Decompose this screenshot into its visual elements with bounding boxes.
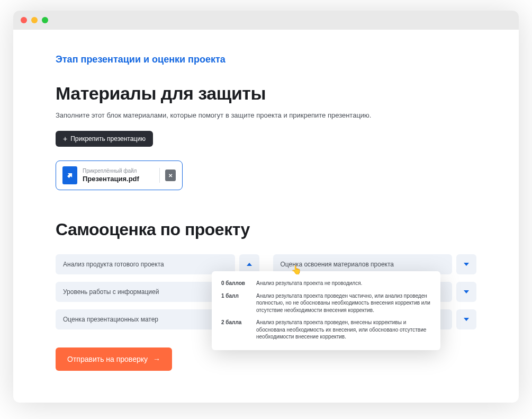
breadcrumb[interactable]: Этап презентации и оценки проекта bbox=[56, 54, 476, 65]
chevron-down-icon bbox=[464, 263, 469, 266]
titlebar bbox=[13, 11, 519, 30]
app-window: Этап презентации и оценки проекта Матери… bbox=[13, 11, 519, 403]
score-value: 0 баллов bbox=[221, 280, 249, 287]
score-description: Анализ результата проекта проведен части… bbox=[256, 292, 431, 314]
assessment-heading: Самооценка по проекту bbox=[56, 220, 476, 239]
window-minimize-icon[interactable] bbox=[31, 17, 38, 23]
attach-button-label: Прикрепить презентацию bbox=[70, 135, 146, 142]
score-option[interactable]: 1 балл Анализ результата проекта проведе… bbox=[221, 292, 431, 314]
score-value: 1 балл bbox=[221, 292, 249, 314]
chevron-down-icon bbox=[464, 318, 469, 321]
pdf-file-icon bbox=[62, 166, 77, 184]
criterion-label: Анализ продукта готового проекта bbox=[56, 254, 235, 274]
delete-file-button[interactable] bbox=[165, 170, 176, 181]
criterion-toggle[interactable] bbox=[456, 282, 476, 302]
criterion-toggle[interactable] bbox=[456, 254, 476, 274]
score-description: Анализ результата проекта не проводился. bbox=[256, 280, 431, 287]
submit-button-label: Отправить на проверку bbox=[67, 355, 148, 363]
window-maximize-icon[interactable] bbox=[42, 17, 48, 23]
score-option[interactable]: 2 балла Анализ результата проекта провед… bbox=[221, 319, 431, 341]
criterion-label: Уровень работы с информацией bbox=[56, 282, 235, 302]
materials-description: Заполните этот блок материалами, которые… bbox=[56, 111, 476, 119]
file-tag: Прикреплённый файл bbox=[83, 168, 154, 174]
score-popover: 0 баллов Анализ результата проекта не пр… bbox=[212, 271, 440, 350]
score-description: Анализ результата проекта проведен, внес… bbox=[256, 319, 431, 341]
arrow-right-icon: → bbox=[153, 355, 160, 363]
file-name: Презентация.pdf bbox=[83, 175, 154, 183]
submit-button[interactable]: Отправить на проверку → bbox=[56, 347, 172, 371]
file-meta: Прикреплённый файл Презентация.pdf bbox=[83, 168, 154, 183]
chevron-down-icon bbox=[464, 290, 469, 293]
attached-file-card: Прикреплённый файл Презентация.pdf bbox=[56, 161, 183, 190]
score-value: 2 балла bbox=[221, 319, 249, 341]
materials-heading: Материалы для защиты bbox=[56, 83, 476, 104]
attach-presentation-button[interactable]: + Прикрепить презентацию bbox=[56, 131, 153, 147]
chevron-up-icon bbox=[247, 263, 252, 266]
criterion-toggle[interactable] bbox=[456, 309, 476, 329]
divider bbox=[159, 168, 160, 183]
window-close-icon[interactable] bbox=[21, 17, 27, 23]
plus-icon: + bbox=[63, 135, 67, 142]
criterion-label: Оценка презентационных матер bbox=[56, 309, 235, 329]
score-option[interactable]: 0 баллов Анализ результата проекта не пр… bbox=[221, 280, 431, 287]
